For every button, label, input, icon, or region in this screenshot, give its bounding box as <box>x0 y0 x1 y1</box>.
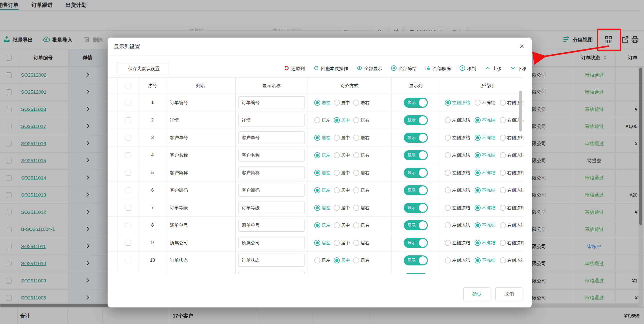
align-option-1[interactable]: 居中 <box>334 152 350 158</box>
display-name-input[interactable] <box>238 149 305 161</box>
align-option-0[interactable]: 居左 <box>314 135 331 141</box>
freeze-option-1[interactable]: 不冻结 <box>475 117 495 123</box>
align-option-0[interactable]: 居左 <box>314 152 331 158</box>
freeze-option-0[interactable]: 左侧冻结 <box>445 100 470 106</box>
row-checkbox[interactable] <box>126 152 131 158</box>
freeze-option-1[interactable]: 不冻结 <box>475 170 495 176</box>
align-option-1[interactable]: 居中 <box>334 135 350 141</box>
align-option-2[interactable]: 居右 <box>353 135 370 141</box>
freeze-option-0[interactable]: 左侧冻结 <box>445 152 470 158</box>
action-chevdown[interactable]: 下移 <box>510 65 527 72</box>
freeze-option-2[interactable]: 右侧冻结 <box>500 135 523 141</box>
freeze-option-2[interactable]: 右侧冻结 <box>500 240 523 246</box>
show-toggle[interactable]: 显示 <box>404 255 428 265</box>
align-option-0[interactable]: 居左 <box>314 240 331 246</box>
show-toggle[interactable]: 显示 <box>404 150 428 160</box>
display-name-input[interactable] <box>238 202 305 214</box>
align-option-0[interactable]: 居左 <box>314 170 331 176</box>
row-checkbox[interactable] <box>126 205 131 211</box>
show-toggle[interactable]: 显示 <box>404 133 428 143</box>
freeze-option-2[interactable]: 右侧冻结 <box>500 222 523 228</box>
align-option-2[interactable]: 居右 <box>353 205 370 211</box>
display-name-input[interactable] <box>238 131 305 144</box>
show-toggle[interactable]: 显示 <box>404 168 428 178</box>
freeze-option-0[interactable]: 左侧冻结 <box>445 187 470 193</box>
freeze-option-0[interactable]: 左侧冻结 <box>445 205 470 211</box>
freeze-option-0[interactable]: 左侧冻结 <box>445 135 470 141</box>
align-option-1[interactable]: 居中 <box>334 240 350 246</box>
freeze-option-1[interactable]: 不冻结 <box>475 100 495 106</box>
freeze-option-1[interactable]: 不冻结 <box>475 240 495 246</box>
row-checkbox[interactable] <box>126 117 131 123</box>
action-lock[interactable]: 全部冻结 <box>391 65 417 72</box>
freeze-option-0[interactable]: 左侧冻结 <box>445 257 470 263</box>
action-chevup[interactable]: 上移 <box>485 65 501 72</box>
show-toggle[interactable]: 显示 <box>404 273 428 274</box>
align-option-1[interactable]: 居中 <box>334 222 350 228</box>
display-name-input[interactable] <box>238 219 305 232</box>
align-option-1[interactable]: 居中 <box>334 257 350 263</box>
action-unlock[interactable]: 全部解冻 <box>425 65 451 72</box>
display-name-input[interactable] <box>238 114 305 126</box>
align-option-2[interactable]: 居右 <box>353 240 370 246</box>
freeze-option-2[interactable]: 右侧冻结 <box>500 187 523 193</box>
align-option-2[interactable]: 居右 <box>353 222 370 228</box>
row-checkbox[interactable] <box>126 258 131 263</box>
freeze-option-1[interactable]: 不冻结 <box>475 257 495 263</box>
align-option-1[interactable]: 居中 <box>334 117 350 123</box>
freeze-option-1[interactable]: 不冻结 <box>475 187 495 193</box>
align-option-1[interactable]: 居中 <box>334 187 350 193</box>
align-option-0[interactable]: 居左 <box>314 117 331 123</box>
show-toggle[interactable]: 显示 <box>404 98 428 108</box>
align-option-1[interactable]: 居中 <box>334 170 350 176</box>
freeze-option-0[interactable]: 左侧冻结 <box>445 222 470 228</box>
confirm-button[interactable]: 确认 <box>463 287 491 301</box>
action-restore[interactable]: 还原列 <box>283 65 305 72</box>
align-option-0[interactable]: 居左 <box>314 257 331 263</box>
align-option-2[interactable]: 居右 <box>353 170 370 176</box>
modal-select-all-checkbox[interactable] <box>126 83 131 88</box>
align-option-2[interactable]: 居右 <box>353 100 370 106</box>
freeze-option-1[interactable]: 不冻结 <box>475 135 495 141</box>
freeze-option-1[interactable]: 不冻结 <box>475 205 495 211</box>
freeze-option-0[interactable]: 左侧冻结 <box>445 240 470 246</box>
close-icon[interactable]: × <box>519 42 524 50</box>
align-option-1[interactable]: 居中 <box>334 100 350 106</box>
align-option-1[interactable]: 居中 <box>334 205 350 211</box>
freeze-option-0[interactable]: 左侧冻结 <box>445 117 470 123</box>
align-option-0[interactable]: 居左 <box>314 205 331 211</box>
freeze-option-2[interactable]: 右侧冻结 <box>500 152 523 158</box>
display-name-input[interactable] <box>238 96 305 109</box>
align-option-2[interactable]: 居右 <box>353 152 370 158</box>
cancel-button[interactable]: 取消 <box>495 287 523 301</box>
row-checkbox[interactable] <box>126 223 131 228</box>
display-name-input[interactable] <box>238 237 305 249</box>
row-checkbox[interactable] <box>126 188 131 193</box>
action-undo[interactable]: 回撤本次操作 <box>313 65 348 72</box>
align-option-2[interactable]: 居右 <box>353 257 370 263</box>
show-toggle[interactable]: 显示 <box>404 203 428 213</box>
freeze-option-2[interactable]: 右侧冻结 <box>500 257 523 263</box>
freeze-option-1[interactable]: 不冻结 <box>475 222 495 228</box>
row-checkbox[interactable] <box>126 100 131 105</box>
show-toggle[interactable]: 显示 <box>404 238 428 248</box>
align-option-0[interactable]: 居左 <box>314 187 331 193</box>
show-toggle[interactable]: 显示 <box>404 185 428 195</box>
display-name-input[interactable] <box>238 272 305 274</box>
display-name-input[interactable] <box>238 167 305 179</box>
align-option-0[interactable]: 居左 <box>314 100 331 106</box>
show-toggle[interactable]: 显示 <box>404 115 428 125</box>
action-eye[interactable]: 全部显示 <box>357 65 382 72</box>
freeze-option-0[interactable]: 左侧冻结 <box>445 170 470 176</box>
modal-scrollbar-thumb[interactable] <box>519 91 522 131</box>
align-option-0[interactable]: 居左 <box>314 222 331 228</box>
align-option-2[interactable]: 居右 <box>353 187 370 193</box>
freeze-option-2[interactable]: 右侧冻结 <box>500 205 523 211</box>
show-toggle[interactable]: 显示 <box>404 220 428 230</box>
display-name-input[interactable] <box>238 254 305 267</box>
action-move[interactable]: 移到 <box>459 65 476 72</box>
row-checkbox[interactable] <box>126 135 131 140</box>
row-checkbox[interactable] <box>126 170 131 176</box>
display-name-input[interactable] <box>238 184 305 197</box>
freeze-option-2[interactable]: 右侧冻结 <box>500 170 523 176</box>
